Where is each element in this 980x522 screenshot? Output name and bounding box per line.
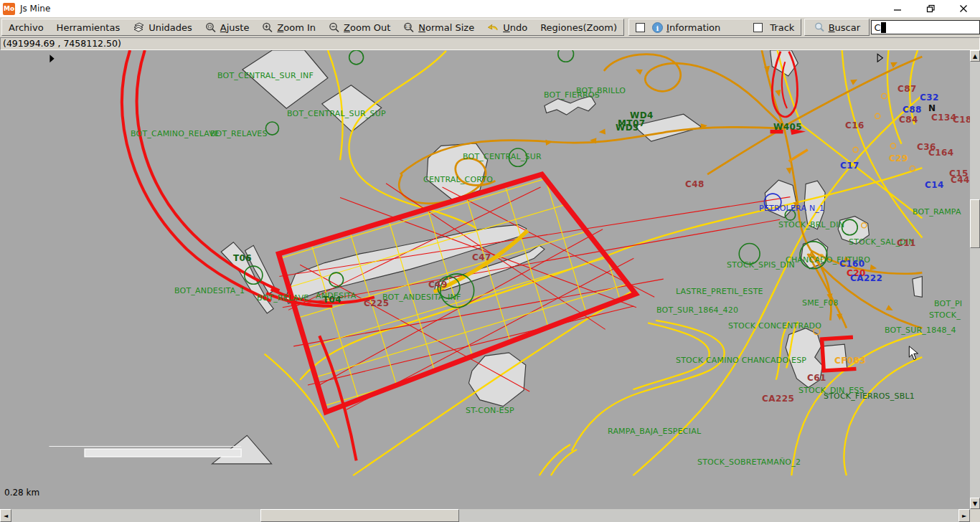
north-arrow-icon: [877, 54, 882, 62]
window-title: Js Mine: [20, 4, 50, 14]
toolbar-button-regiones-zoom[interactable]: Regiones(Zoom): [534, 19, 623, 35]
vertical-scrollbar[interactable]: ▲ ▼: [970, 50, 980, 509]
scroll-down-button[interactable]: ▼: [970, 498, 980, 509]
toolbar-button-zoom-out[interactable]: Zoom Out: [322, 19, 397, 35]
layers-icon: [133, 22, 145, 32]
app-icon: Mo: [3, 3, 15, 15]
zoom-out-icon: [329, 22, 340, 33]
text-caret: [881, 22, 886, 33]
undo-icon: [487, 22, 499, 32]
orange-point-markers: [814, 93, 915, 334]
information-checkbox-box[interactable]: [636, 23, 645, 32]
minimize-button[interactable]: [881, 1, 914, 16]
compass-label: N: [928, 104, 936, 113]
information-checkbox[interactable]: i Information: [629, 19, 727, 35]
toolbar-button-ajuste[interactable]: Ajuste: [199, 19, 256, 35]
track-checkbox[interactable]: Track: [747, 19, 801, 35]
scale-label: 0.28 km: [4, 488, 39, 498]
toolbar-panel-main: Archivo Herramientas Unidades Ajuste Zoo…: [1, 19, 624, 36]
mouse-cursor: [909, 346, 918, 360]
info-icon: i: [652, 22, 663, 33]
search-input-value: C: [874, 22, 880, 33]
main-toolbar: Archivo Herramientas Unidades Ajuste Zoo…: [0, 17, 980, 37]
toolbar-panel-options: i Information Track: [628, 19, 801, 36]
vertical-scroll-thumb[interactable]: [970, 199, 980, 248]
horizontal-scroll-thumb[interactable]: [260, 509, 459, 522]
title-bar: Mo Js Mine: [0, 0, 980, 17]
search-icon: [814, 22, 825, 32]
search-input[interactable]: C: [871, 20, 980, 34]
coordinate-bar: (491994.69 , 7458112.50): [0, 37, 980, 50]
close-icon: [959, 4, 968, 13]
svg-text:i: i: [656, 24, 659, 32]
menu-herramientas[interactable]: Herramientas: [50, 19, 127, 35]
toolbar-button-unidades[interactable]: Unidades: [126, 19, 199, 35]
scroll-left-button[interactable]: ◄: [0, 509, 11, 522]
menu-archivo[interactable]: Archivo: [2, 19, 50, 35]
scrollbar-corner: [970, 509, 980, 522]
zoom-in-icon: [262, 22, 273, 33]
close-button[interactable]: [947, 1, 980, 16]
restore-icon: [926, 4, 936, 13]
cursor-coordinates: (491994.69 , 7458112.50): [3, 38, 121, 49]
toolbar-button-normal-size[interactable]: 1:1 Normal Size: [397, 19, 481, 35]
track-checkbox-box[interactable]: [753, 23, 763, 32]
scroll-right-button[interactable]: ►: [958, 509, 970, 522]
map-drawing: [0, 50, 970, 509]
red-survey-lines: [279, 184, 790, 409]
horizontal-scrollbar[interactable]: ◄ ►: [0, 509, 970, 522]
svg-text:1:1: 1:1: [405, 24, 411, 29]
scroll-up-button[interactable]: ▲: [970, 50, 980, 62]
zoom-normal-icon: 1:1: [403, 22, 415, 33]
scale-bar: [49, 447, 241, 457]
left-edge-marker: [50, 54, 54, 62]
selected-region-outline[interactable]: [278, 174, 636, 412]
toolbar-button-zoom-in[interactable]: Zoom In: [255, 19, 322, 35]
toolbar-button-undo[interactable]: Undo: [481, 19, 534, 35]
map-canvas[interactable]: BOT_CENTRAL_SUR_INFBOT_CENTRAL_SUR_SUPBO…: [0, 50, 970, 509]
jsmine-window: Mo Js Mine Archivo Herramientas Unidades: [0, 0, 980, 522]
zoom-fit-icon: [205, 22, 217, 33]
restore-button[interactable]: [914, 1, 947, 16]
minimize-icon: [893, 4, 902, 13]
buscar-button[interactable]: Buscar: [804, 19, 870, 36]
